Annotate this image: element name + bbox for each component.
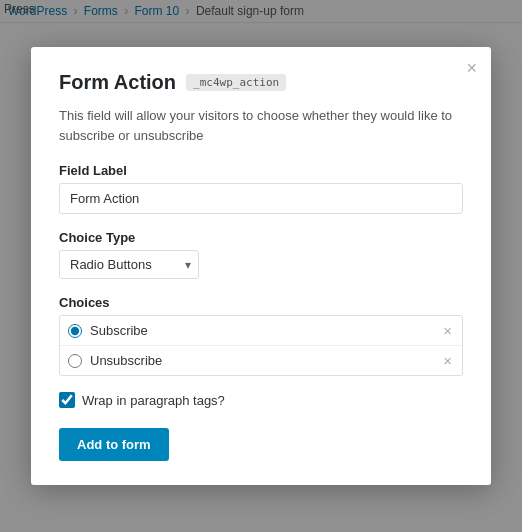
list-item: × [60, 346, 462, 375]
choice-radio-unsubscribe[interactable] [68, 354, 82, 368]
choice-input-unsubscribe[interactable] [90, 353, 441, 368]
choices-section: Choices × × [59, 295, 463, 376]
choice-radio-subscribe[interactable] [68, 324, 82, 338]
modal-title-row: Form Action _mc4wp_action [59, 71, 463, 94]
list-item: × [60, 316, 462, 346]
field-label-input[interactable] [59, 183, 463, 214]
field-label-label: Field Label [59, 163, 463, 178]
choice-type-label: Choice Type [59, 230, 463, 245]
choice-type-section: Choice Type Radio Buttons Checkboxes Sel… [59, 230, 463, 279]
choice-type-select-wrapper: Radio Buttons Checkboxes Select ▾ [59, 250, 199, 279]
modal-title-badge: _mc4wp_action [186, 74, 286, 91]
modal-dialog: × Form Action _mc4wp_action This field w… [31, 47, 491, 485]
close-button[interactable]: × [466, 59, 477, 77]
modal-description: This field will allow your visitors to c… [59, 106, 463, 145]
choices-box: × × [59, 315, 463, 376]
choice-type-select[interactable]: Radio Buttons Checkboxes Select [59, 250, 199, 279]
field-label-section: Field Label [59, 163, 463, 214]
add-to-form-button[interactable]: Add to form [59, 428, 169, 461]
wrap-paragraph-checkbox[interactable] [59, 392, 75, 408]
choice-remove-unsubscribe[interactable]: × [441, 353, 454, 368]
choice-input-subscribe[interactable] [90, 323, 441, 338]
modal-title-text: Form Action [59, 71, 176, 94]
wrap-paragraph-label: Wrap in paragraph tags? [82, 393, 225, 408]
wrap-paragraph-row: Wrap in paragraph tags? [59, 392, 463, 408]
choice-remove-subscribe[interactable]: × [441, 323, 454, 338]
modal-overlay: × Form Action _mc4wp_action This field w… [0, 0, 522, 532]
choices-label: Choices [59, 295, 463, 310]
